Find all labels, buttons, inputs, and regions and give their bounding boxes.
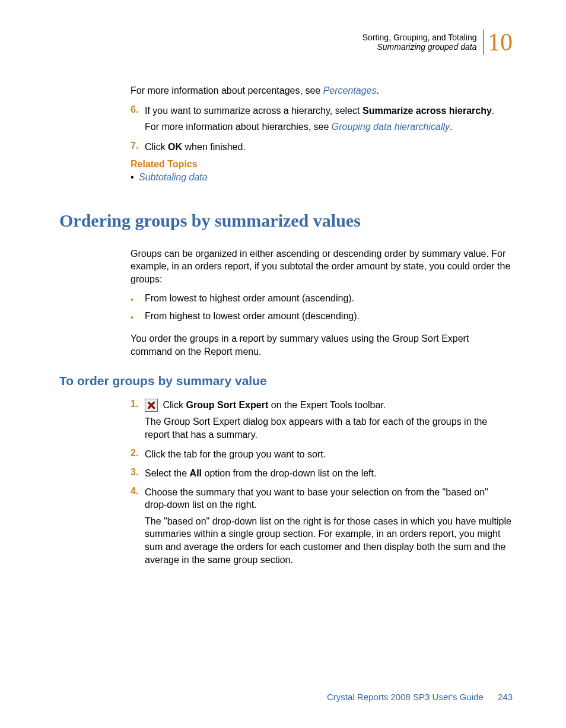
step-text: Select the — [145, 468, 190, 478]
step-number: 2. — [131, 448, 145, 463]
group-sort-expert-icon — [145, 399, 158, 412]
footer-title: Crystal Reports 2008 SP3 User's Guide — [327, 692, 484, 702]
header-section-title: Summarizing grouped data — [363, 42, 477, 52]
list-item: • From lowest to highest order amount (a… — [131, 293, 513, 306]
page-footer: Crystal Reports 2008 SP3 User's Guide 24… — [327, 692, 513, 702]
step-4-sub: The "based on" drop-down list on the rig… — [145, 515, 513, 566]
step-bold: All — [190, 468, 202, 478]
list-item: • From highest to lowest order amount (d… — [131, 311, 513, 324]
related-topics-heading: Related Topics — [131, 159, 513, 170]
header-chapter-title: Sorting, Grouping, and Totaling — [363, 33, 477, 42]
intro-suffix: . — [376, 85, 379, 96]
step-6-sub: For more information about hierarchies, … — [145, 120, 513, 133]
step-bold: Summarize across hierarchy — [363, 106, 492, 116]
bullet-icon: • — [131, 293, 145, 306]
page-number: 243 — [498, 692, 513, 702]
step-text: Click — [160, 400, 186, 410]
step-1: 1. Click Group Sort Expert on the Expert… — [131, 399, 513, 412]
intro-text: For more information about percentages, … — [131, 85, 323, 96]
step-1-sub: The Group Sort Expert dialog box appears… — [145, 415, 513, 441]
bullet-icon: • — [131, 311, 145, 324]
step-number: 3. — [131, 467, 145, 482]
step-6: 6. If you want to summarize across a hie… — [131, 104, 513, 117]
step-text: Click the tab for the group you want to … — [145, 449, 326, 459]
section-heading: Ordering groups by summarized values — [59, 211, 513, 231]
step-4: 4. Choose the summary that you want to b… — [131, 486, 513, 511]
related-topics-item: •Subtotaling data — [131, 171, 513, 184]
grouping-hierarchically-link[interactable]: Grouping data hierarchically — [332, 122, 450, 132]
percentages-link[interactable]: Percentages — [323, 85, 377, 96]
bullet-text: From lowest to highest order amount (asc… — [145, 293, 513, 306]
step-number: 4. — [131, 486, 145, 511]
chapter-number: 10 — [483, 30, 513, 55]
section-outro: You order the groups in a report by summ… — [131, 332, 513, 358]
bullet-text: From highest to lowest order amount (des… — [145, 311, 513, 324]
step-text-after: . — [492, 106, 494, 116]
sub-suffix: . — [450, 122, 452, 132]
step-number: 7. — [131, 141, 145, 156]
step-3: 3. Select the All option from the drop-d… — [131, 467, 513, 482]
step-bold: Group Sort Expert — [186, 400, 269, 410]
step-text: Click — [145, 142, 168, 152]
step-number: 6. — [131, 104, 145, 117]
step-7: 7. Click OK when finished. — [131, 141, 513, 156]
subtotaling-data-link[interactable]: Subtotaling data — [139, 172, 208, 182]
step-text: Choose the summary that you want to base… — [145, 487, 488, 510]
sub-text: For more information about hierarchies, … — [145, 122, 332, 132]
step-text: If you want to summarize across a hierar… — [145, 106, 363, 116]
subsection-heading: To order groups by summary value — [59, 374, 513, 388]
bullet-icon: • — [131, 171, 139, 184]
page-header: Sorting, Grouping, and Totaling Summariz… — [59, 30, 513, 55]
step-bold: OK — [168, 142, 182, 152]
step-2: 2. Click the tab for the group you want … — [131, 448, 513, 463]
step-text-after: option from the drop-down list on the le… — [202, 468, 376, 478]
step-text-after: when finished. — [182, 142, 246, 152]
section-intro: Groups can be organized in either ascend… — [131, 247, 513, 286]
intro-paragraph: For more information about percentages, … — [131, 84, 513, 97]
step-number: 1. — [131, 399, 145, 412]
step-text-after: on the Expert Tools toolbar. — [268, 400, 386, 410]
